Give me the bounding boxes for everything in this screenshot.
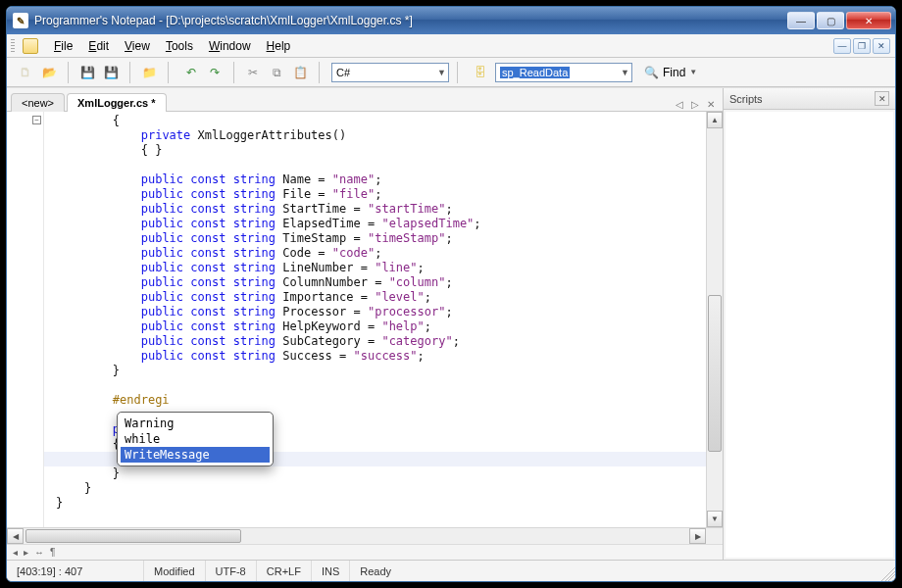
chevron-down-icon: ▼ — [689, 68, 697, 76]
status-modified: Modified — [144, 561, 206, 581]
app-icon: ✎ — [13, 13, 28, 28]
scroll-right-button[interactable]: ▶ — [689, 528, 706, 544]
menu-tools[interactable]: Tools — [158, 34, 201, 57]
folder-icon: 📁 — [141, 65, 157, 80]
chevron-down-icon: ▼ — [437, 68, 446, 77]
menu-edit[interactable]: Edit — [80, 34, 117, 57]
save-all-button[interactable]: 💾 — [100, 62, 122, 83]
fold-marker[interactable]: − — [32, 116, 41, 124]
save-icon: 💾 — [79, 65, 95, 80]
open-file-icon: 📂 — [41, 65, 57, 80]
scroll-left-button[interactable]: ◀ — [7, 528, 24, 544]
scripts-panel: Scripts ✕ — [723, 88, 895, 560]
scripts-panel-title: Scripts — [729, 93, 763, 105]
cut-button[interactable]: ✂ — [242, 62, 264, 83]
horizontal-scrollbar[interactable]: ◀ ▶ — [7, 527, 723, 544]
copy-icon: ⧉ — [269, 65, 284, 80]
tab-next-button[interactable]: ▷ — [688, 97, 702, 111]
db-button[interactable]: 🗄 — [470, 62, 491, 83]
chevron-down-icon: ▼ — [621, 68, 629, 77]
undo-button[interactable]: ↶ — [180, 62, 202, 83]
mdi-close-button[interactable]: ✕ — [873, 38, 890, 54]
language-combo-value: C# — [336, 67, 350, 78]
autocomplete-item[interactable]: while — [121, 431, 270, 447]
mini-next-button[interactable]: ▸ — [24, 547, 28, 558]
undo-icon: ↶ — [183, 65, 199, 80]
menu-help[interactable]: Help — [259, 34, 299, 57]
maximize-button[interactable]: ▢ — [817, 12, 844, 29]
new-file-icon: 🗋 — [18, 65, 33, 80]
mdi-restore-button[interactable]: ❐ — [853, 38, 871, 54]
editor-area: <new> XmlLogger.cs * ◁ ▷ ✕ − { private X… — [7, 88, 723, 560]
close-button[interactable]: ✕ — [846, 12, 891, 29]
scripts-panel-body[interactable] — [726, 112, 893, 558]
autocomplete-popup[interactable]: WarningwhileWriteMessage — [117, 412, 274, 466]
status-encoding: UTF-8 — [206, 561, 257, 581]
binoculars-icon: 🔍 — [643, 65, 659, 80]
paste-icon: 📋 — [292, 65, 308, 80]
mini-wrap-button[interactable]: ↔ — [34, 547, 44, 558]
titlebar[interactable]: ✎ Programmer's Notepad - [D:\projects\sc… — [7, 7, 895, 34]
copy-button[interactable]: ⧉ — [266, 62, 287, 83]
resize-grip[interactable] — [877, 564, 895, 581]
status-position: [403:19] : 407 — [7, 561, 144, 581]
tab-prev-button[interactable]: ◁ — [673, 97, 686, 111]
find-button[interactable]: 🔍 Find ▼ — [636, 62, 704, 83]
scripts-panel-close-button[interactable]: ✕ — [875, 91, 889, 106]
statusbar: [403:19] : 407 Modified UTF-8 CR+LF INS … — [7, 560, 895, 581]
menu-window[interactable]: Window — [201, 34, 259, 57]
tab-close-button[interactable]: ✕ — [704, 97, 718, 111]
open-file-button[interactable]: 📂 — [38, 62, 60, 83]
autocomplete-item[interactable]: Warning — [121, 416, 270, 431]
toolbar: 🗋 📂 💾 💾 📁 ↶ ↷ ✂ ⧉ 📋 C# ▼ — [7, 58, 895, 87]
scroll-thumb[interactable] — [25, 529, 241, 543]
save-all-icon: 💾 — [103, 65, 119, 80]
autocomplete-item[interactable]: WriteMessage — [121, 447, 270, 463]
paste-button[interactable]: 📋 — [289, 62, 311, 83]
menu-view[interactable]: View — [117, 34, 158, 57]
vertical-scrollbar[interactable]: ▲ ▼ — [706, 112, 723, 527]
redo-icon: ↷ — [207, 65, 223, 80]
window-title: Programmer's Notepad - [D:\projects\scra… — [34, 14, 787, 27]
tab-new[interactable]: <new> — [11, 93, 65, 112]
menubar-grip[interactable] — [11, 34, 19, 57]
menubar: File Edit View Tools Window Help — ❐ ✕ — [7, 34, 895, 58]
notepad-icon[interactable] — [23, 38, 38, 54]
language-combo[interactable]: C# ▼ — [331, 63, 449, 82]
save-button[interactable]: 💾 — [76, 62, 98, 83]
mini-para-button[interactable]: ¶ — [50, 547, 55, 558]
find-button-label: Find — [663, 66, 685, 79]
cut-icon: ✂ — [245, 65, 261, 80]
document-tabs: <new> XmlLogger.cs * ◁ ▷ ✕ — [7, 88, 723, 112]
status-eol: CR+LF — [257, 561, 312, 581]
database-icon: 🗄 — [473, 65, 488, 80]
find-combo-value: sp_ReadData — [500, 67, 570, 78]
redo-button[interactable]: ↷ — [204, 62, 226, 83]
mini-prev-button[interactable]: ◂ — [13, 547, 18, 558]
open-folder-button[interactable]: 📁 — [138, 62, 160, 83]
new-file-button[interactable]: 🗋 — [15, 62, 36, 83]
menu-file[interactable]: File — [46, 34, 80, 57]
app-window: ✎ Programmer's Notepad - [D:\projects\sc… — [6, 6, 896, 582]
find-combo[interactable]: sp_ReadData ▼ — [495, 63, 632, 82]
tab-xmllogger[interactable]: XmlLogger.cs * — [67, 93, 166, 112]
scroll-up-button[interactable]: ▲ — [707, 112, 723, 128]
status-ready: Ready — [350, 561, 877, 581]
mini-toolbar: ◂ ▸ ↔ ¶ — [7, 544, 723, 560]
mdi-minimize-button[interactable]: — — [833, 38, 851, 54]
minimize-button[interactable]: — — [787, 12, 815, 29]
scroll-down-button[interactable]: ▼ — [707, 511, 723, 527]
scroll-thumb[interactable] — [708, 295, 722, 452]
editor-gutter[interactable]: − — [7, 112, 44, 527]
status-insert-mode: INS — [312, 561, 350, 581]
